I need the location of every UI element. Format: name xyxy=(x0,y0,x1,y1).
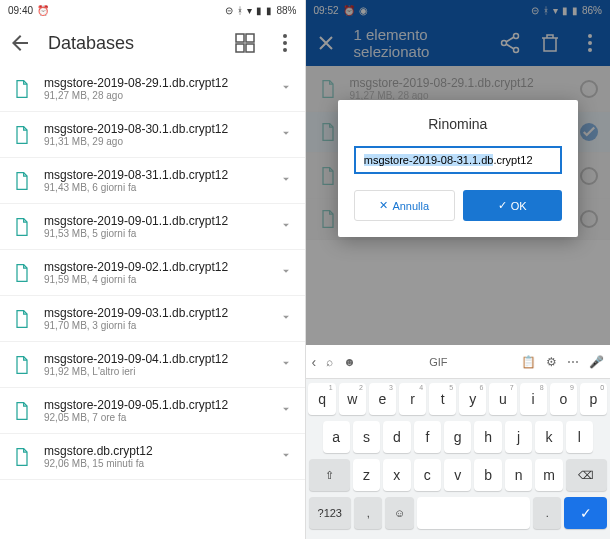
battery-pct: 88% xyxy=(276,5,296,16)
emoji-key[interactable]: ☺ xyxy=(385,497,413,529)
key-y[interactable]: y6 xyxy=(459,383,486,415)
chevron-down-icon[interactable] xyxy=(279,126,293,144)
alarm-icon: ⏰ xyxy=(37,5,49,16)
file-name: msgstore-2019-08-29.1.db.crypt12 xyxy=(44,76,267,90)
file-row[interactable]: msgstore.db.crypt12 92,06 MB, 15 minuti … xyxy=(0,434,305,480)
close-icon: ✕ xyxy=(379,199,388,212)
chevron-down-icon[interactable] xyxy=(279,356,293,374)
file-name: msgstore.db.crypt12 xyxy=(44,444,267,458)
grid-view-button[interactable] xyxy=(233,31,257,55)
key-f[interactable]: f xyxy=(414,421,441,453)
keyboard: ‹ ⌕ ☻ GIF 📋 ⚙ ⋯ 🎤 q1w2e3r4t5y6u7i8o9p0 a… xyxy=(306,345,611,539)
clipboard-icon[interactable]: 📋 xyxy=(521,355,536,369)
chevron-down-icon[interactable] xyxy=(279,172,293,190)
key-h[interactable]: h xyxy=(474,421,501,453)
battery-icon: ▮ xyxy=(266,5,272,16)
signal-icon: ▮ xyxy=(256,5,262,16)
mic-icon[interactable]: 🎤 xyxy=(589,355,604,369)
file-row[interactable]: msgstore-2019-09-05.1.db.crypt12 92,05 M… xyxy=(0,388,305,434)
key-n[interactable]: n xyxy=(505,459,532,491)
file-row[interactable]: msgstore-2019-08-29.1.db.crypt12 91,27 M… xyxy=(0,66,305,112)
key-a[interactable]: a xyxy=(323,421,350,453)
gif-button[interactable]: GIF xyxy=(366,356,511,368)
file-icon xyxy=(12,355,32,375)
chevron-down-icon[interactable] xyxy=(279,310,293,328)
file-name: msgstore-2019-09-03.1.db.crypt12 xyxy=(44,306,267,320)
chevron-down-icon[interactable] xyxy=(279,218,293,236)
file-list: msgstore-2019-08-29.1.db.crypt12 91,27 M… xyxy=(0,66,305,480)
enter-key[interactable]: ✓ xyxy=(564,497,607,529)
more-icon[interactable]: ⋯ xyxy=(567,355,579,369)
file-row[interactable]: msgstore-2019-09-01.1.db.crypt12 91,53 M… xyxy=(0,204,305,250)
chevron-down-icon[interactable] xyxy=(279,264,293,282)
key-b[interactable]: b xyxy=(474,459,501,491)
key-s[interactable]: s xyxy=(353,421,380,453)
key-t[interactable]: t5 xyxy=(429,383,456,415)
symbols-key[interactable]: ?123 xyxy=(309,497,352,529)
key-r[interactable]: r4 xyxy=(399,383,426,415)
key-p[interactable]: p0 xyxy=(580,383,607,415)
key-l[interactable]: l xyxy=(566,421,593,453)
key-u[interactable]: u7 xyxy=(489,383,516,415)
file-row[interactable]: msgstore-2019-09-03.1.db.crypt12 91,70 M… xyxy=(0,296,305,342)
key-m[interactable]: m xyxy=(535,459,562,491)
page-title: Databases xyxy=(48,33,217,54)
key-j[interactable]: j xyxy=(505,421,532,453)
file-name: msgstore-2019-08-31.1.db.crypt12 xyxy=(44,168,267,182)
file-icon xyxy=(12,309,32,329)
file-meta: 91,27 MB, 28 ago xyxy=(44,90,267,101)
status-bar: 09:40 ⏰ ⊝ ᚼ ▾ ▮ ▮ 88% xyxy=(0,0,305,20)
chevron-down-icon[interactable] xyxy=(279,448,293,466)
rename-dialog: Rinomina msgstore-2019-08-31.1.db.crypt1… xyxy=(338,100,578,237)
file-name: msgstore-2019-09-02.1.db.crypt12 xyxy=(44,260,267,274)
file-row[interactable]: msgstore-2019-08-30.1.db.crypt12 91,31 M… xyxy=(0,112,305,158)
space-key[interactable] xyxy=(417,497,530,529)
chevron-down-icon[interactable] xyxy=(279,80,293,98)
app-bar: Databases xyxy=(0,20,305,66)
file-name: msgstore-2019-09-05.1.db.crypt12 xyxy=(44,398,267,412)
file-icon xyxy=(12,171,32,191)
file-meta: 92,06 MB, 15 minuti fa xyxy=(44,458,267,469)
settings-icon[interactable]: ⚙ xyxy=(546,355,557,369)
comma-key[interactable]: , xyxy=(354,497,382,529)
file-row[interactable]: msgstore-2019-09-04.1.db.crypt12 91,92 M… xyxy=(0,342,305,388)
key-e[interactable]: e3 xyxy=(369,383,396,415)
file-row[interactable]: msgstore-2019-08-31.1.db.crypt12 91,43 M… xyxy=(0,158,305,204)
rename-input[interactable]: msgstore-2019-08-31.1.db.crypt12 xyxy=(354,146,562,174)
back-button[interactable] xyxy=(8,31,32,55)
key-d[interactable]: d xyxy=(383,421,410,453)
key-o[interactable]: o9 xyxy=(550,383,577,415)
key-g[interactable]: g xyxy=(444,421,471,453)
chevron-down-icon[interactable] xyxy=(279,402,293,420)
suggestion-bar: ‹ ⌕ ☻ GIF 📋 ⚙ ⋯ 🎤 xyxy=(306,345,611,379)
search-icon[interactable]: ⌕ xyxy=(326,355,333,369)
key-q[interactable]: q1 xyxy=(308,383,335,415)
file-icon xyxy=(12,79,32,99)
key-v[interactable]: v xyxy=(444,459,471,491)
file-icon xyxy=(12,125,32,145)
backspace-key[interactable]: ⌫ xyxy=(566,459,607,491)
collapse-icon[interactable]: ‹ xyxy=(312,354,317,370)
key-i[interactable]: i8 xyxy=(520,383,547,415)
vpn-icon: ⊝ xyxy=(225,5,233,16)
more-button[interactable] xyxy=(273,31,297,55)
file-icon xyxy=(12,263,32,283)
file-icon xyxy=(12,401,32,421)
key-x[interactable]: x xyxy=(383,459,410,491)
key-z[interactable]: z xyxy=(353,459,380,491)
phone-right: 09:52 ⏰ ◉ ⊝ ᚼ ▾ ▮ ▮ 86% 1 elemento selez… xyxy=(306,0,611,539)
sticker-icon[interactable]: ☻ xyxy=(343,355,356,369)
shift-key[interactable]: ⇧ xyxy=(309,459,350,491)
file-icon xyxy=(12,447,32,467)
ok-button[interactable]: ✓ OK xyxy=(463,190,562,221)
file-row[interactable]: msgstore-2019-09-02.1.db.crypt12 91,59 M… xyxy=(0,250,305,296)
key-w[interactable]: w2 xyxy=(339,383,366,415)
key-c[interactable]: c xyxy=(414,459,441,491)
cancel-button[interactable]: ✕ Annulla xyxy=(354,190,455,221)
check-icon: ✓ xyxy=(498,199,507,212)
phone-left: 09:40 ⏰ ⊝ ᚼ ▾ ▮ ▮ 88% Databases xyxy=(0,0,306,539)
period-key[interactable]: . xyxy=(533,497,561,529)
wifi-icon: ▾ xyxy=(247,5,252,16)
svg-point-0 xyxy=(283,34,287,38)
key-k[interactable]: k xyxy=(535,421,562,453)
